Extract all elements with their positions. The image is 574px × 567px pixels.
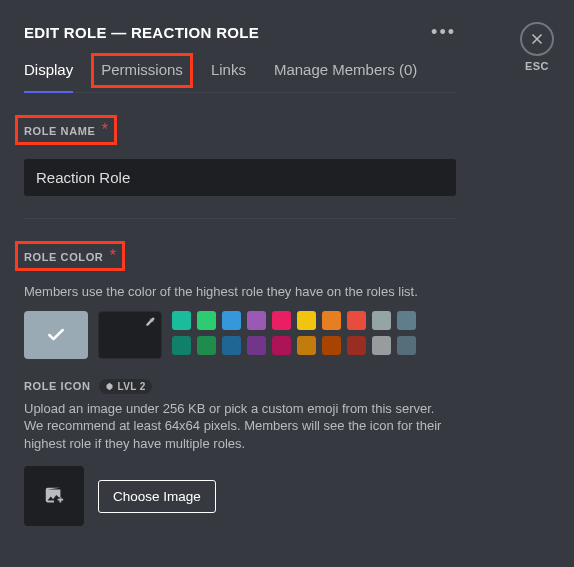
boost-level-text: LVL 2 bbox=[118, 381, 146, 392]
color-swatch[interactable] bbox=[222, 311, 241, 330]
role-color-description: Members use the color of the highest rol… bbox=[24, 283, 456, 301]
default-color-swatch[interactable] bbox=[24, 311, 88, 359]
tab-manage-members[interactable]: Manage Members (0) bbox=[274, 61, 417, 92]
color-swatch[interactable] bbox=[197, 336, 216, 355]
color-swatch[interactable] bbox=[397, 336, 416, 355]
required-asterisk: * bbox=[102, 121, 108, 138]
color-swatch[interactable] bbox=[347, 336, 366, 355]
section-divider bbox=[24, 218, 456, 219]
color-swatch[interactable] bbox=[322, 336, 341, 355]
boost-level-badge: LVL 2 bbox=[99, 379, 152, 394]
check-icon bbox=[46, 325, 66, 345]
color-swatch[interactable] bbox=[172, 336, 191, 355]
role-name-label: ROLE NAME bbox=[24, 125, 95, 137]
page-title: EDIT ROLE — REACTION ROLE bbox=[24, 24, 259, 41]
add-image-icon bbox=[43, 485, 65, 507]
eyedropper-icon bbox=[145, 316, 156, 327]
highlight-role-name: ROLE NAME * bbox=[15, 115, 117, 145]
role-name-input[interactable] bbox=[24, 159, 456, 196]
color-swatch[interactable] bbox=[397, 311, 416, 330]
color-swatch[interactable] bbox=[247, 336, 266, 355]
custom-color-swatch[interactable] bbox=[98, 311, 162, 359]
color-swatch[interactable] bbox=[272, 311, 291, 330]
required-asterisk: * bbox=[110, 247, 116, 264]
role-color-label: ROLE COLOR bbox=[24, 251, 103, 263]
color-swatch[interactable] bbox=[372, 311, 391, 330]
color-swatch[interactable] bbox=[272, 336, 291, 355]
color-swatch[interactable] bbox=[322, 311, 341, 330]
close-button[interactable] bbox=[520, 22, 554, 56]
boost-icon bbox=[105, 382, 114, 391]
tab-permissions[interactable]: Permissions bbox=[101, 61, 183, 92]
color-swatch[interactable] bbox=[347, 311, 366, 330]
highlight-role-color: ROLE COLOR * bbox=[15, 241, 125, 271]
color-palette bbox=[172, 311, 416, 359]
tab-links[interactable]: Links bbox=[211, 61, 246, 92]
color-swatch[interactable] bbox=[222, 336, 241, 355]
color-swatch[interactable] bbox=[247, 311, 266, 330]
close-icon bbox=[529, 31, 545, 47]
role-icon-label: ROLE ICON bbox=[24, 380, 91, 392]
choose-image-button[interactable]: Choose Image bbox=[98, 480, 216, 513]
role-icon-description: Upload an image under 256 KB or pick a c… bbox=[24, 400, 456, 453]
more-options-button[interactable]: ••• bbox=[431, 22, 456, 43]
color-swatch[interactable] bbox=[297, 336, 316, 355]
tab-bar: Display Permissions Links Manage Members… bbox=[24, 61, 456, 93]
color-swatch[interactable] bbox=[372, 336, 391, 355]
color-swatch[interactable] bbox=[197, 311, 216, 330]
color-swatch[interactable] bbox=[172, 311, 191, 330]
esc-label: ESC bbox=[520, 60, 554, 72]
color-swatch[interactable] bbox=[297, 311, 316, 330]
image-upload-dropzone[interactable] bbox=[24, 466, 84, 526]
tab-display[interactable]: Display bbox=[24, 61, 73, 92]
